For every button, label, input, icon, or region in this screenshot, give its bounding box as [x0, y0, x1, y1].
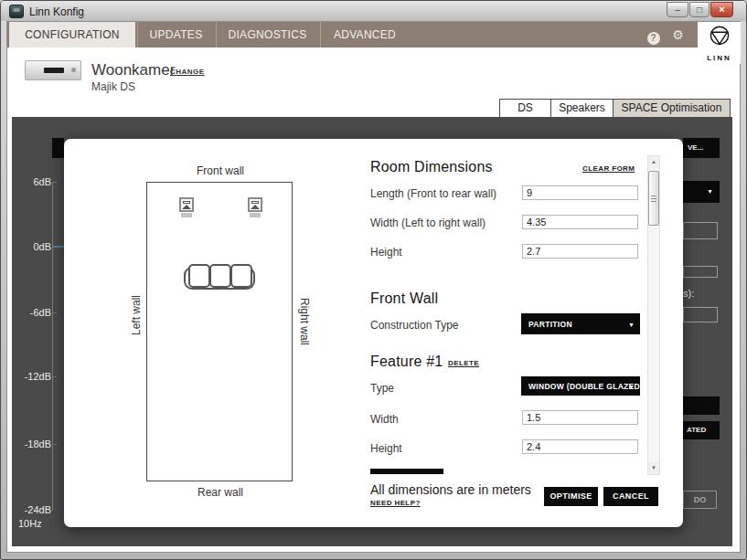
dropdown-partial[interactable]: ▼ [683, 181, 720, 203]
subtab-ds[interactable]: DS [499, 99, 551, 118]
undo-button-partial[interactable]: DO [683, 491, 717, 509]
need-help-link[interactable]: NEED HELP? [370, 499, 421, 507]
tab-diagnostics[interactable]: DIAGNOSTICS [216, 22, 318, 48]
main-tabbar: CONFIGURATION UPDATES DIAGNOSTICS ADVANC… [7, 22, 740, 48]
device-display [44, 68, 64, 73]
room-outline [146, 182, 293, 481]
left-speaker-stand [181, 213, 192, 217]
calculated-button-partial[interactable]: ATED [683, 421, 720, 439]
device-thumbnail [25, 60, 81, 80]
device-model: Majik DS [91, 80, 135, 93]
input-partial[interactable] [683, 266, 718, 278]
chevron-down-icon: ▼ [628, 321, 635, 327]
scroll-down-icon: ▼ [651, 465, 656, 470]
linn-logo-icon [707, 25, 732, 50]
width-label: Width (Left to right wall) [370, 217, 486, 229]
height-input[interactable] [522, 244, 638, 259]
feature-height-label: Height [370, 442, 402, 455]
settings-button[interactable]: ⚙ [671, 28, 685, 42]
chevron-down-icon: ▼ [707, 188, 713, 195]
tick-mark [52, 312, 57, 313]
feature-type-dropdown[interactable]: WINDOW (DOUBLE GLAZED) ▼ [521, 376, 640, 396]
feature-width-input[interactable] [522, 410, 638, 425]
width-input[interactable] [522, 215, 638, 229]
subtab-speakers[interactable]: Speakers [550, 99, 614, 118]
sofa-cushion [209, 264, 231, 288]
maximize-icon: □ [697, 5, 702, 15]
linn-logo: LINN [698, 22, 741, 64]
close-icon: × [719, 4, 724, 15]
titlebar[interactable]: Linn Konfig [1, 1, 746, 21]
length-label: Length (Front to rear wall) [370, 187, 496, 200]
front-wall-label: Front wall [197, 164, 244, 177]
minimize-icon: – [675, 5, 680, 15]
window-title: Linn Konfig [29, 5, 84, 18]
subtab-space-optimisation[interactable]: SPACE Optimisation [613, 99, 731, 118]
feature-title: Feature #1 [370, 354, 443, 370]
minimize-button[interactable]: – [667, 2, 688, 17]
dimensions-note: All dimensions are in meters [370, 482, 531, 497]
delete-feature-link[interactable]: DELETE [448, 359, 479, 367]
maximize-button[interactable]: □ [689, 2, 710, 17]
optimise-button[interactable]: OPTIMISE [544, 487, 598, 506]
tab-configuration[interactable]: CONFIGURATION [9, 22, 135, 48]
gear-icon: ⚙ [672, 27, 684, 42]
scrollbar-thumb[interactable] [648, 171, 659, 226]
chevron-down-icon: ▼ [628, 383, 635, 389]
right-speaker-icon[interactable] [248, 197, 262, 212]
response-curve-segment [52, 246, 65, 248]
device-knob [71, 68, 76, 72]
tick-mark [52, 376, 57, 377]
x-axis-tick: 10Hz [18, 518, 42, 529]
construction-type-dropdown[interactable]: PARTITION ▼ [521, 313, 640, 334]
right-speaker-stand [250, 213, 261, 217]
height-label: Height [370, 246, 402, 259]
chart-y-axis [52, 182, 53, 511]
cancel-button[interactable]: CANCEL [603, 487, 658, 506]
feature-type-value: WINDOW (DOUBLE GLAZED) [528, 382, 643, 391]
right-wall-label: Right wall [298, 298, 311, 345]
room-name: Woonkamer [91, 61, 175, 79]
front-wall-title: Front Wall [370, 291, 438, 307]
tab-advanced[interactable]: ADVANCED [320, 22, 409, 48]
y-axis-tick: -24dB [13, 504, 51, 515]
input-partial[interactable] [683, 222, 718, 239]
y-axis-tick: -12dB [13, 371, 51, 382]
y-axis-tick: 6dB [13, 176, 51, 187]
obscured-button-left[interactable] [52, 138, 64, 158]
close-button[interactable]: × [710, 2, 733, 17]
y-axis-tick: -18dB [13, 438, 51, 449]
tick-mark [52, 182, 57, 183]
change-device-link[interactable]: CHANGE [170, 68, 205, 76]
sofa-cushion [230, 264, 252, 288]
clear-form-link[interactable]: CLEAR FORM [582, 164, 635, 173]
construction-type-label: Construction Type [370, 319, 459, 332]
left-wall-label: Left wall [130, 295, 143, 335]
app-icon [9, 5, 24, 18]
linn-konfig-window: Linn Konfig – □ × CONFIGURATION UPDATES … [0, 0, 747, 560]
feature-type-label: Type [370, 382, 394, 395]
feature-width-label: Width [370, 413, 399, 426]
obscured-button-right[interactable] [683, 396, 720, 415]
input-partial[interactable] [683, 307, 718, 322]
y-axis-tick: -6dB [13, 307, 51, 318]
help-button[interactable]: ? [646, 28, 660, 42]
help-icon: ? [647, 32, 660, 45]
sofa-cushion [188, 264, 210, 288]
tab-updates[interactable]: UPDATES [137, 22, 214, 48]
dialog-scrollbar[interactable]: ▲ ▼ [647, 155, 660, 475]
save-button-partial[interactable]: VE... [683, 138, 720, 158]
left-speaker-icon[interactable] [179, 197, 194, 212]
scroll-up-button[interactable]: ▲ [648, 156, 659, 168]
feature-height-input[interactable] [522, 439, 638, 454]
scroll-up-icon: ▲ [651, 159, 656, 164]
room-dimensions-title: Room Dimensions [370, 159, 493, 175]
length-input[interactable] [522, 185, 638, 200]
rear-wall-label: Rear wall [197, 486, 243, 499]
linn-logo-text: LINN [698, 54, 741, 62]
room-setup-dialog: Front wall Rear wall Left wall Right wal… [64, 139, 683, 527]
scroll-down-button[interactable]: ▼ [648, 462, 659, 474]
construction-type-value: PARTITION [528, 320, 572, 329]
scrollbar-grip [651, 195, 656, 202]
y-axis-tick: 0dB [13, 241, 51, 252]
